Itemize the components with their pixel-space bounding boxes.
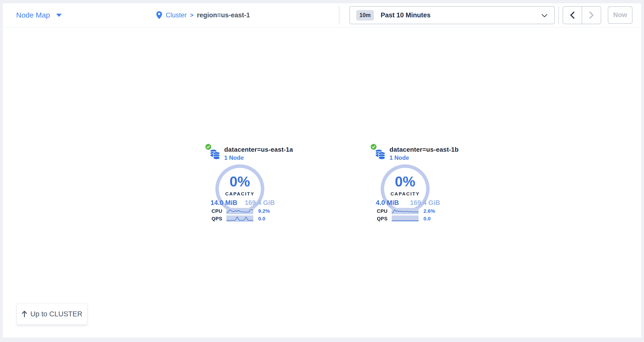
datacenter-node-count: 1 Node <box>224 154 244 161</box>
qps-metric-row: QPS 0.0 <box>198 215 282 222</box>
cpu-sparkline <box>226 208 253 214</box>
cpu-metric-row: CPU 2.6% <box>364 208 447 214</box>
capacity-range: 4.0 MiB 169.4 GiB <box>376 199 440 207</box>
breadcrumb: Cluster > region=us-east-1 <box>156 3 250 27</box>
capacity-total: 169.4 GiB <box>410 199 440 207</box>
capacity-percent: 0% <box>216 173 264 190</box>
qps-metric-row: QPS 0.0 <box>364 215 447 222</box>
datacenter-title: datacenter=us-east-1b <box>390 146 459 153</box>
qps-sparkline <box>392 215 418 222</box>
up-to-cluster-button[interactable]: Up to CLUSTER <box>17 303 87 325</box>
qps-label: QPS <box>364 216 388 222</box>
time-window-badge: 10m <box>356 10 374 20</box>
view-selector-label: Node Map <box>16 11 50 19</box>
cpu-label: CPU <box>364 208 388 214</box>
up-arrow-icon <box>22 311 28 317</box>
breadcrumb-separator: > <box>190 12 194 18</box>
capacity-percent: 0% <box>381 173 430 190</box>
capacity-label: CAPACITY <box>381 191 430 197</box>
header-bar: Node Map Cluster > region=us-east-1 10m … <box>3 3 641 27</box>
caret-down-icon <box>56 14 62 17</box>
location-pin-icon <box>156 11 162 19</box>
header-divider <box>339 6 339 24</box>
cpu-sparkline <box>392 208 418 214</box>
header-divider <box>558 6 559 24</box>
node-map-panel: Node Map Cluster > region=us-east-1 10m … <box>2 3 642 338</box>
qps-label: QPS <box>198 216 222 222</box>
chevron-left-icon <box>570 11 575 19</box>
cpu-value: 2.6% <box>424 208 435 214</box>
capacity-used: 4.0 MiB <box>376 199 399 207</box>
time-window-label: Past 10 Minutes <box>381 11 430 19</box>
cpu-value: 9.2% <box>258 208 270 214</box>
view-selector-dropdown[interactable]: Node Map <box>16 3 62 27</box>
database-stack-icon <box>375 149 385 160</box>
time-window-select[interactable]: 10m Past 10 Minutes <box>350 6 555 24</box>
breadcrumb-cluster-link[interactable]: Cluster <box>166 11 187 19</box>
capacity-label: CAPACITY <box>216 191 264 197</box>
time-next-button[interactable] <box>582 6 601 24</box>
qps-value: 0.0 <box>258 216 265 222</box>
time-prev-button[interactable] <box>563 6 582 24</box>
now-button[interactable]: Now <box>608 6 632 24</box>
qps-value: 0.0 <box>424 216 430 222</box>
healthy-check-icon <box>371 144 376 150</box>
datacenter-title: datacenter=us-east-1a <box>224 146 293 153</box>
qps-sparkline <box>226 215 253 222</box>
datacenter-card-us-east-1b[interactable]: datacenter=us-east-1b 1 Node 0% CAPACITY… <box>364 144 447 228</box>
chevron-right-icon <box>589 11 594 19</box>
cpu-label: CPU <box>198 208 222 214</box>
capacity-range: 14.0 MiB 169.4 GiB <box>210 199 275 207</box>
datacenter-card-us-east-1a[interactable]: datacenter=us-east-1a 1 Node 0% CAPACITY… <box>198 144 282 228</box>
chevron-down-icon <box>542 14 548 17</box>
capacity-used: 14.0 MiB <box>210 199 238 207</box>
breadcrumb-current-region: region=us-east-1 <box>197 11 250 19</box>
capacity-total: 169.4 GiB <box>245 199 275 207</box>
datacenter-node-count: 1 Node <box>390 154 409 161</box>
healthy-check-icon <box>206 144 211 150</box>
cpu-metric-row: CPU 9.2% <box>198 208 282 214</box>
time-nav-group <box>562 6 601 24</box>
database-stack-icon <box>210 149 220 160</box>
up-to-cluster-label: Up to CLUSTER <box>30 310 82 318</box>
